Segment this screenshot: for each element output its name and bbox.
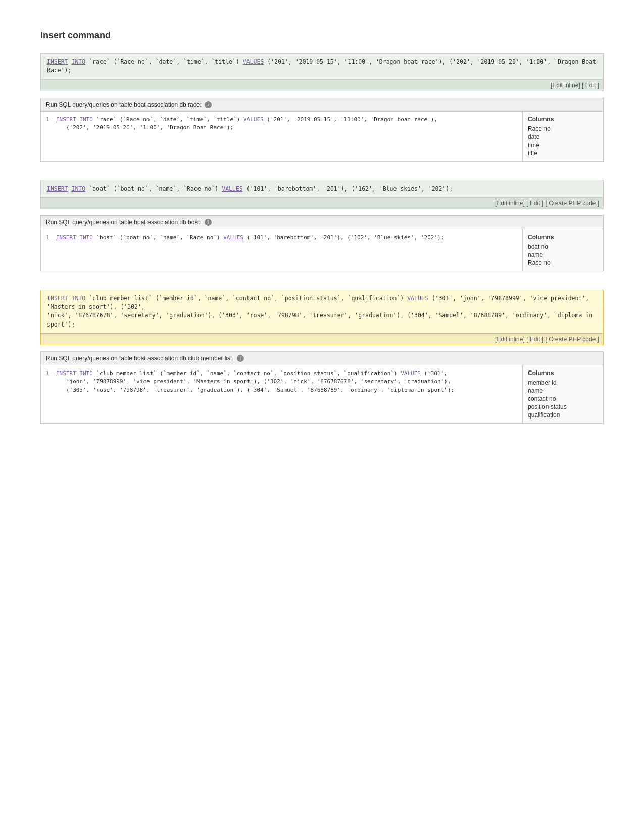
- section-race: INSERT INTO `race` (`Race no`, `date`, `…: [40, 53, 604, 162]
- col-boat-race-no: Race no: [528, 259, 598, 267]
- kw-insert-3: INSERT: [47, 295, 68, 302]
- col-position-status: position status: [528, 403, 598, 411]
- query-box-body-club: 1 INSERT INTO `club member list` (`membe…: [41, 365, 603, 423]
- columns-panel-club: Columns member id name contact no positi…: [522, 365, 603, 423]
- query-box-club: Run SQL query/queries on table boat asso…: [40, 351, 604, 424]
- kw-values-1: VALUES: [243, 58, 264, 65]
- create-php-link-boat[interactable]: [ Create PHP code ]: [546, 200, 600, 207]
- section-club: INSERT INTO `club member list` (`member …: [40, 290, 604, 424]
- query-label-race: Run SQL query/queries on table boat asso…: [46, 101, 202, 108]
- sql-raw-boat: INSERT INTO `boat` (`boat no`, `name`, `…: [40, 180, 604, 198]
- query-box-header-club: Run SQL query/queries on table boat asso…: [41, 352, 603, 365]
- edit-inline-link-boat[interactable]: [Edit inline]: [495, 200, 525, 207]
- col-member-name: name: [528, 387, 598, 395]
- columns-header-club: Columns: [528, 369, 598, 377]
- query-box-header-race: Run SQL query/queries on table boat asso…: [41, 98, 603, 112]
- query-editor-race[interactable]: 1 INSERT INTO `race` (`Race no`, `date`,…: [41, 112, 522, 161]
- query-editor-boat[interactable]: 1 INSERT INTO `boat` (`boat no`, `name`,…: [41, 229, 522, 271]
- edit-bar-race: [Edit inline] [ Edit ]: [40, 80, 604, 91]
- create-php-link-club[interactable]: [ Create PHP code ]: [546, 336, 600, 343]
- query-box-race: Run SQL query/queries on table boat asso…: [40, 98, 604, 162]
- sql-raw-race: INSERT INTO `race` (`Race no`, `date`, `…: [40, 53, 604, 80]
- col-time: time: [528, 141, 598, 149]
- info-icon-club[interactable]: i: [237, 355, 244, 362]
- columns-scroll-boat: boat no name Race no: [528, 243, 598, 267]
- query-label-boat: Run SQL query/queries on table boat asso…: [46, 219, 202, 226]
- col-title: title: [528, 149, 598, 157]
- query-box-body-boat: 1 INSERT INTO `boat` (`boat no`, `name`,…: [41, 229, 603, 271]
- sql-raw-club: INSERT INTO `club member list` (`member …: [40, 290, 604, 334]
- edit-link-boat[interactable]: [ Edit ]: [526, 200, 543, 207]
- kw-into-1: INTO: [71, 58, 85, 65]
- col-race-no: Race no: [528, 125, 598, 133]
- kw-insert-2: INSERT: [47, 185, 68, 192]
- columns-scroll-club: member id name contact no position statu…: [528, 379, 598, 419]
- col-qualification: qualification: [528, 411, 598, 419]
- query-label-club: Run SQL query/queries on table boat asso…: [46, 355, 234, 362]
- edit-inline-link-race[interactable]: [Edit inline]: [551, 82, 580, 89]
- kw-values-3: VALUES: [407, 295, 428, 302]
- kw-insert-1: INSERT: [47, 58, 68, 65]
- kw-values-2: VALUES: [222, 185, 243, 192]
- kw-into-2: INTO: [71, 185, 85, 192]
- info-icon-race[interactable]: i: [205, 101, 212, 108]
- section-boat: INSERT INTO `boat` (`boat no`, `name`, `…: [40, 180, 604, 271]
- query-line-race-1: 1 INSERT INTO `race` (`Race no`, `date`,…: [46, 116, 517, 124]
- query-box-boat: Run SQL query/queries on table boat asso…: [40, 215, 604, 271]
- columns-panel-boat: Columns boat no name Race no: [522, 229, 603, 271]
- kw-into-3: INTO: [71, 295, 85, 302]
- edit-inline-link-club[interactable]: [Edit inline]: [495, 336, 525, 343]
- query-line-club-2: 'john', '79878999', 'vice president', 'M…: [46, 378, 517, 386]
- page-title: Insert command: [40, 30, 604, 41]
- query-box-header-boat: Run SQL query/queries on table boat asso…: [41, 216, 603, 229]
- col-contact-no: contact no: [528, 395, 598, 403]
- query-line-race-2: ('202', '2019-05-20', '1:00', 'Dragon Bo…: [46, 124, 517, 132]
- col-member-id: member id: [528, 379, 598, 387]
- query-line-boat-1: 1 INSERT INTO `boat` (`boat no`, `name`,…: [46, 234, 517, 242]
- columns-header-race: Columns: [528, 116, 598, 123]
- edit-link-race[interactable]: [ Edit ]: [582, 82, 599, 89]
- info-icon-boat[interactable]: i: [205, 219, 212, 226]
- query-box-body-race: 1 INSERT INTO `race` (`Race no`, `date`,…: [41, 112, 603, 161]
- edit-bar-club: [Edit inline] [ Edit ] [ Create PHP code…: [40, 334, 604, 345]
- edit-link-club[interactable]: [ Edit ]: [526, 336, 543, 343]
- col-date: date: [528, 133, 598, 141]
- columns-header-boat: Columns: [528, 234, 598, 241]
- col-boat-no: boat no: [528, 243, 598, 251]
- query-editor-club[interactable]: 1 INSERT INTO `club member list` (`membe…: [41, 365, 522, 423]
- columns-panel-race: Columns Race no date time title: [522, 112, 603, 161]
- query-line-club-1: 1 INSERT INTO `club member list` (`membe…: [46, 369, 517, 378]
- query-line-club-3: ('303', 'rose', '798798', 'treasurer', '…: [46, 386, 517, 395]
- edit-bar-boat: [Edit inline] [ Edit ] [ Create PHP code…: [40, 198, 604, 209]
- col-boat-name: name: [528, 251, 598, 259]
